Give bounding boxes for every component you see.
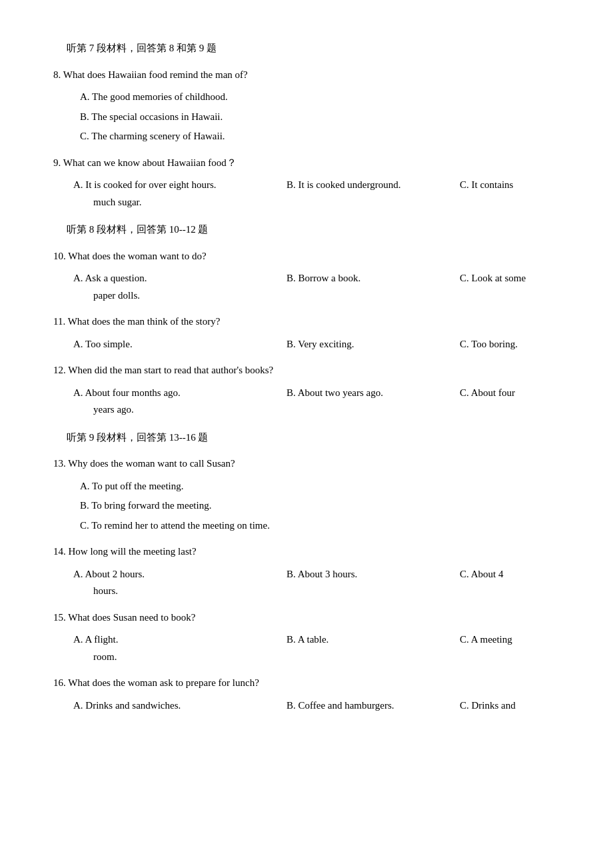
q15-option-c-text: A meeting — [471, 634, 512, 645]
question-8: 8. What does Hawaiian food remind the ma… — [53, 67, 560, 145]
q11-option-b: B. Very exciting. — [287, 336, 460, 353]
question-13-text: 13. Why does the woman want to call Susa… — [53, 455, 560, 473]
q9-option-c-text: It contains — [472, 179, 514, 190]
question-8-options: A. The good memories of childhood. B. Th… — [80, 89, 560, 145]
q15-continuation: room. — [93, 649, 560, 666]
q10-option-a-text: Ask a question. — [85, 273, 147, 283]
q10-option-b: B. Borrow a book. — [287, 270, 460, 287]
question-9-text: 9. What can we know about Hawaiian food？ — [53, 155, 560, 172]
q8-option-a: A. The good memories of childhood. — [80, 89, 560, 106]
q12-option-b-text: About two years ago. — [298, 387, 383, 398]
question-9-options: A. It is cooked for over eight hours. B.… — [73, 177, 560, 194]
q9-option-b: B. It is cooked underground. — [287, 177, 460, 194]
q16-option-c-label: C. — [460, 700, 469, 711]
question-15-text: 15. What does Susan need to book? — [53, 609, 560, 627]
q8-option-c: C. The charming scenery of Hawaii. — [80, 128, 560, 145]
q8-option-a-label: A. — [80, 91, 90, 102]
q16-option-a-text: Drinks and sandwiches. — [85, 700, 181, 711]
q12-option-b-label: B. — [287, 387, 296, 398]
q8-option-b-label: B. — [80, 111, 89, 122]
q16-option-c: C. Drinks and — [460, 697, 560, 715]
q10-option-a-label: A. — [73, 273, 83, 283]
q15-option-b: B. A table. — [287, 631, 460, 649]
q14-option-a: A. About 2 hours. — [73, 566, 287, 583]
question-13: 13. Why does the woman want to call Susa… — [53, 455, 560, 534]
q13-option-b: B. To bring forward the meeting. — [80, 497, 560, 515]
question-14-options: A. About 2 hours. B. About 3 hours. C. A… — [73, 566, 560, 583]
question-11: 11. What does the man think of the story… — [53, 313, 560, 353]
q16-option-b: B. Coffee and hamburgers. — [287, 697, 460, 715]
q13-option-a-text: To put off the meeting. — [92, 481, 183, 491]
q15-option-c: C. A meeting — [460, 631, 560, 649]
q14-option-c: C. About 4 — [460, 566, 560, 583]
q11-option-a: A. Too simple. — [73, 336, 287, 353]
question-16-text: 16. What does the woman ask to prepare f… — [53, 675, 560, 692]
q8-option-b: B. The special occasions in Hawaii. — [80, 109, 560, 126]
q9-continuation: much sugar. — [93, 194, 560, 211]
q9-option-b-label: B. — [287, 179, 296, 190]
q11-option-c: C. Too boring. — [460, 336, 560, 353]
q16-option-a-label: A. — [73, 700, 83, 711]
q15-option-c-label: C. — [460, 634, 469, 645]
q14-continuation: hours. — [93, 583, 560, 600]
question-12-options: A. About four months ago. B. About two y… — [73, 385, 560, 402]
q14-option-b-text: About 3 hours. — [298, 569, 358, 579]
q12-option-c-label: C. — [460, 387, 469, 398]
question-11-text: 11. What does the man think of the story… — [53, 313, 560, 331]
question-15: 15. What does Susan need to book? A. A f… — [53, 609, 560, 666]
q14-option-b-label: B. — [287, 569, 296, 579]
section-9-header: 听第 9 段材料，回答第 13--16 题 — [67, 429, 560, 447]
section-8: 听第 8 段材料，回答第 10--12 题 10. What does the … — [53, 221, 560, 419]
section-7: 听第 7 段材料，回答第 8 和第 9 题 8. What does Hawai… — [53, 40, 560, 211]
q9-option-b-text: It is cooked underground. — [299, 179, 401, 190]
q15-option-b-label: B. — [287, 634, 296, 645]
q12-option-a-label: A. — [73, 387, 83, 398]
q14-option-a-label: A. — [73, 569, 83, 579]
q13-option-a: A. To put off the meeting. — [80, 478, 560, 495]
q16-option-b-label: B. — [287, 700, 296, 711]
q13-option-c-text: To remind her to attend the meeting on t… — [91, 520, 270, 531]
q13-option-c-label: C. — [80, 520, 89, 531]
q16-option-b-text: Coffee and hamburgers. — [299, 700, 394, 711]
q12-option-b: B. About two years ago. — [287, 385, 460, 402]
question-16-options: A. Drinks and sandwiches. B. Coffee and … — [73, 697, 560, 715]
q9-option-a: A. It is cooked for over eight hours. — [73, 177, 287, 194]
q12-option-a-text: About four months ago. — [85, 387, 181, 398]
q8-option-c-label: C. — [80, 131, 89, 141]
q15-option-a-label: A. — [73, 634, 83, 645]
question-10-text: 10. What does the woman want to do? — [53, 248, 560, 265]
q13-option-c: C. To remind her to attend the meeting o… — [80, 517, 560, 535]
question-13-options: A. To put off the meeting. B. To bring f… — [80, 478, 560, 535]
q10-option-c-label: C. — [460, 273, 469, 283]
question-9: 9. What can we know about Hawaiian food？… — [53, 155, 560, 211]
q13-option-b-text: To bring forward the meeting. — [91, 500, 211, 511]
q14-option-c-text: About 4 — [471, 569, 504, 579]
q12-option-a: A. About four months ago. — [73, 385, 287, 402]
q15-option-a: A. A flight. — [73, 631, 287, 649]
q10-option-c: C. Look at some — [460, 270, 560, 287]
q10-option-a: A. Ask a question. — [73, 270, 287, 287]
q9-option-a-label: A. — [73, 179, 83, 190]
q14-option-a-text: About 2 hours. — [85, 569, 145, 579]
question-12: 12. When did the man start to read that … — [53, 362, 560, 419]
q15-option-a-text: A flight. — [85, 634, 119, 645]
q13-option-a-label: A. — [80, 481, 90, 491]
q10-option-b-label: B. — [287, 273, 296, 283]
q9-option-a-text: It is cooked for over eight hours. — [85, 179, 216, 190]
q11-option-b-label: B. — [287, 339, 296, 349]
section-9: 听第 9 段材料，回答第 13--16 题 13. Why does the w… — [53, 429, 560, 715]
question-15-options: A. A flight. B. A table. C. A meeting — [73, 631, 560, 649]
q9-option-c: C. It contains — [460, 177, 560, 194]
q10-option-b-text: Borrow a book. — [299, 273, 361, 283]
q8-option-c-text: The charming scenery of Hawaii. — [91, 131, 225, 141]
q11-option-a-label: A. — [73, 339, 83, 349]
q12-option-c-text: About four — [471, 387, 515, 398]
q14-option-b: B. About 3 hours. — [287, 566, 460, 583]
q10-option-c-text: Look at some — [472, 273, 526, 283]
question-10-options: A. Ask a question. B. Borrow a book. C. … — [73, 270, 560, 287]
q11-option-c-label: C. — [460, 339, 469, 349]
q14-option-c-label: C. — [460, 569, 469, 579]
q11-option-c-text: Too boring. — [471, 339, 518, 349]
q12-option-c: C. About four — [460, 385, 560, 402]
question-11-options: A. Too simple. B. Very exciting. C. Too … — [73, 336, 560, 353]
